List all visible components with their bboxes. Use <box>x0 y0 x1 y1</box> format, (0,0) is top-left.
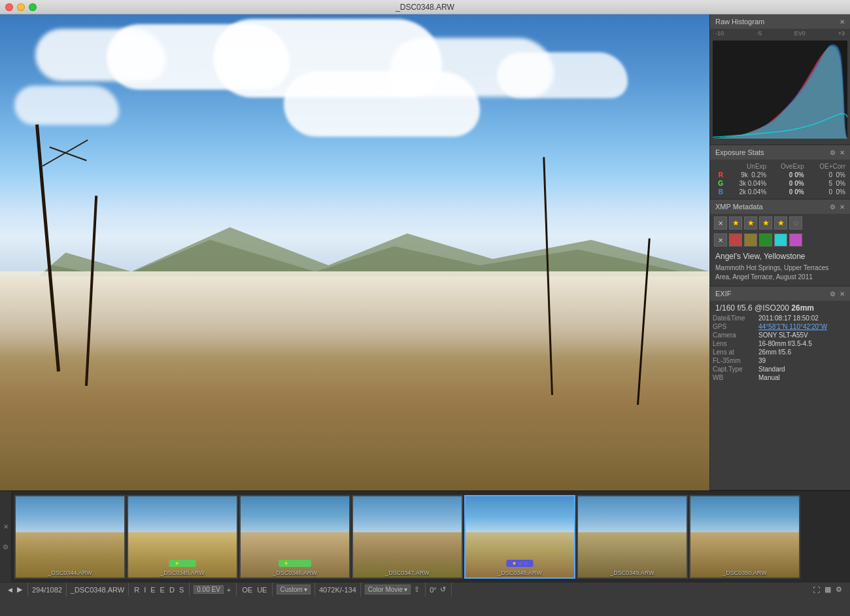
thumb-dsc0346[interactable]: ★ ☆ ☆ ☆ _DSC0346.ARW <box>239 495 350 579</box>
exif-label-lens: Lens <box>710 339 756 348</box>
g-oecorr: 5 0% <box>806 179 847 188</box>
titlebar: _DSC0348.ARW <box>0 0 850 14</box>
histogram-panel: Raw Histogram ✕ -10 -5 EV0 +3 <box>710 14 850 145</box>
nav-next-button[interactable]: ▶ <box>16 585 24 594</box>
exif-value-fl35: 39 <box>756 356 850 365</box>
thumb-dsc0345[interactable]: ★ ☆ ☆ _DSC0345.ARW <box>127 495 238 579</box>
layout-icon[interactable]: ▦ <box>823 585 832 594</box>
photo-canvas <box>0 14 709 490</box>
color-magenta[interactable] <box>789 233 802 247</box>
thumb-dsc0347[interactable]: _DSC0347.ARW <box>352 495 463 579</box>
thumb-label-dsc0346: _DSC0346.ARW <box>241 570 349 576</box>
nav-prev-button[interactable]: ◀ <box>7 587 14 593</box>
mode-e2-button[interactable]: E <box>159 586 166 594</box>
color-mode-display: Color Movie ▾ ⇧ <box>361 583 426 596</box>
rotation-display: 0° ↺ <box>426 583 452 596</box>
exposure-close-icon[interactable]: ✕ <box>840 149 845 156</box>
color-red[interactable] <box>729 233 742 247</box>
thumb-dsc0348[interactable]: ★ ☆ ☆ _DSC0348.ARW <box>464 495 575 579</box>
thumb-label-dsc0345: _DSC0345.ARW <box>128 570 237 576</box>
exif-row-fl35: FL-35mm 39 <box>710 356 850 365</box>
exif-close-icon[interactable]: ✕ <box>840 290 845 298</box>
maximize-button[interactable] <box>29 3 37 11</box>
filmstrip-scroll: _DSC0344.ARW ★ ☆ ☆ _DSC0345.ARW <box>12 491 803 582</box>
star-1[interactable]: ★ <box>729 216 742 230</box>
resolution-display: 4072K/-134 <box>315 583 361 596</box>
histogram-close-icon[interactable]: ✕ <box>840 18 845 26</box>
exposure-stats-table: UnExp OveExp OE+Corr R 9k 0.2% 0 0% 0 0% <box>713 162 847 196</box>
b-unexp: 2k 0.04% <box>725 188 768 196</box>
custom-dropdown[interactable]: Custom ▾ <box>277 585 310 594</box>
color-mode-label: Color Movie <box>368 586 403 593</box>
oe-button[interactable]: OE <box>241 586 254 594</box>
exif-row-lensat: Lens at 26mm f/5.6 <box>710 348 850 356</box>
thumb-label-dsc0344: _DSC0344.ARW <box>16 570 124 576</box>
cloud-7 <box>284 71 480 137</box>
mode-e1-button[interactable]: E <box>149 586 156 594</box>
settings-icon[interactable]: ⚙ <box>834 585 843 594</box>
exif-value-camera: SONY SLT-A55V <box>756 331 850 339</box>
exif-label-datetime: Date&Time <box>710 314 756 322</box>
xmp-close-icon[interactable]: ✕ <box>840 203 845 211</box>
exif-row-gps: GPS 44°58'1"N 110°42'20"W <box>710 322 850 331</box>
custom-dropdown-arrow: ▾ <box>304 586 307 593</box>
exposure-gear-icon[interactable]: ⚙ <box>830 149 836 156</box>
col-oecorr: OE+Corr <box>806 162 847 171</box>
mode-i-button[interactable]: I <box>143 586 147 594</box>
star-3[interactable]: ★ <box>759 216 772 230</box>
fullscreen-icon[interactable]: ⛶ <box>811 586 821 594</box>
thumb-dsc0350[interactable]: _DSC0350.ARW <box>689 495 800 579</box>
exposure-stats-content: UnExp OveExp OE+Corr R 9k 0.2% 0 0% 0 0% <box>710 160 850 199</box>
rotate-left-icon[interactable]: ↺ <box>439 585 447 594</box>
color-cyan[interactable] <box>774 233 787 247</box>
rotation-value: 0° <box>430 586 437 594</box>
xmp-header: XMP Metadata ⚙ ✕ <box>710 199 850 214</box>
color-mode-dropdown[interactable]: Color Movie ▾ <box>365 585 411 594</box>
resolution-value: 4072K/-134 <box>319 586 356 594</box>
right-panel: Raw Histogram ✕ -10 -5 EV0 +3 <box>709 14 850 490</box>
color-mode-arrow: ▾ <box>404 586 407 593</box>
share-icon[interactable]: ⇧ <box>413 585 421 594</box>
exif-label-capttype: Capt.Type <box>710 365 756 373</box>
exposure-stats-title: Exposure Stats <box>715 148 764 156</box>
exif-value-gps[interactable]: 44°58'1"N 110°42'20"W <box>756 322 850 331</box>
exif-value-wb: Manual <box>756 373 850 382</box>
mode-s-button[interactable]: S <box>178 586 185 594</box>
star-2[interactable]: ★ <box>744 216 757 230</box>
channel-b-label: B <box>713 188 725 196</box>
exif-gear-icon[interactable]: ⚙ <box>830 290 836 298</box>
histogram-svg <box>713 41 847 139</box>
white-terraces <box>0 271 709 357</box>
hist-label-minus10: -10 <box>715 30 724 37</box>
ev-plus-button[interactable]: + <box>226 586 232 594</box>
histogram-title: Raw Histogram <box>715 18 764 26</box>
mode-r-button[interactable]: R <box>133 586 141 594</box>
mode-d-button[interactable]: D <box>168 586 176 594</box>
exif-aperture: f/5.6 <box>737 303 755 313</box>
exif-header: EXIF ⚙ ✕ <box>710 286 850 301</box>
exif-summary: 1/160 f/5.6 @ISO200 26mm <box>710 301 850 314</box>
statusbar: ◀ ▶ 294/1082 _DSC0348.ARW R I E E D S 0.… <box>0 582 850 596</box>
xmp-gear-icon[interactable]: ⚙ <box>830 203 836 211</box>
color-green[interactable] <box>759 233 772 247</box>
minimize-button[interactable] <box>17 3 25 11</box>
thumb-rating-dsc0348: ★ ☆ ☆ <box>507 560 534 567</box>
star-5[interactable]: ☆ <box>789 216 802 230</box>
exif-value-datetime: 2011:08:17 18:50:02 <box>756 314 850 322</box>
ue-button[interactable]: UE <box>256 586 268 594</box>
x-button-1[interactable]: ✕ <box>714 216 727 230</box>
x-button-2[interactable]: ✕ <box>714 233 727 247</box>
close-button[interactable] <box>5 3 13 11</box>
exif-row-wb: WB Manual <box>710 373 850 382</box>
thumb-dsc0349[interactable]: _DSC0349.ARW <box>577 495 688 579</box>
filmstrip-close-icon[interactable]: ✕ <box>3 523 8 530</box>
filmstrip-settings-icon[interactable]: ⚙ <box>3 543 8 551</box>
thumb-dsc0344[interactable]: _DSC0344.ARW <box>14 495 126 579</box>
g-unexp: 3k 0.04% <box>725 179 768 188</box>
star-4[interactable]: ★ <box>774 216 787 230</box>
hist-label-ev0: EV0 <box>794 30 806 37</box>
cloud-5 <box>497 52 628 98</box>
exif-row-camera: Camera SONY SLT-A55V <box>710 331 850 339</box>
hist-label-plus3: +3 <box>838 30 845 37</box>
color-yellow[interactable] <box>744 233 757 247</box>
